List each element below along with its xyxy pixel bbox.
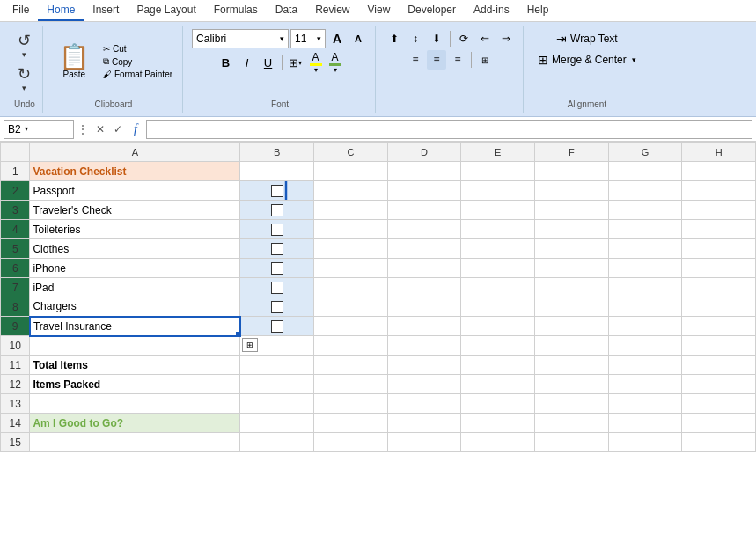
cell-h10[interactable] [682,336,756,356]
cell-h3[interactable] [682,201,756,220]
confirm-formula-button[interactable]: ✓ [109,120,127,139]
cell-b11[interactable] [240,356,314,375]
cell-g13[interactable] [608,394,682,414]
cell-c4[interactable] [314,220,388,239]
cell-a1[interactable]: Vacation Checklist [30,162,240,181]
menu-add-ins[interactable]: Add-ins [465,0,518,21]
cell-e15[interactable] [461,433,535,452]
cell-a5[interactable]: Clothes [30,239,240,259]
header-col-c[interactable]: C [314,143,388,162]
cell-b15[interactable] [240,433,314,452]
cell-b13[interactable] [240,394,314,414]
header-col-f[interactable]: F [535,143,609,162]
cell-c12[interactable] [314,375,388,394]
decrease-font-button[interactable]: A [349,29,368,48]
font-size-dropdown[interactable]: 11 ▾ [290,29,326,48]
cell-h1[interactable] [682,162,756,181]
indent-increase-button[interactable]: ⇒ [496,29,516,48]
cell-g2[interactable] [608,181,682,201]
cell-a12[interactable]: Items Packed [30,375,240,394]
cell-c10[interactable] [314,336,388,356]
cell-g7[interactable] [608,278,682,297]
cell-a2[interactable]: Passport [30,181,240,201]
cell-b9[interactable] [240,317,314,336]
cell-reference-box[interactable]: B2 ▾ [4,120,74,139]
cell-b10[interactable]: ⊞ [240,336,314,356]
increase-font-button[interactable]: A [327,29,347,48]
cell-g12[interactable] [608,375,682,394]
menu-home[interactable]: Home [38,0,84,21]
cell-h13[interactable] [682,394,756,414]
cell-d13[interactable] [387,394,461,414]
cell-a11[interactable]: Total Items [30,356,240,375]
checkbox[interactable] [271,262,283,275]
cell-a14[interactable]: Am I Good to Go? [30,414,240,433]
cell-f2[interactable] [535,181,609,201]
cell-b5[interactable] [240,239,314,259]
cell-g11[interactable] [608,356,682,375]
insert-function-button[interactable]: f [127,120,144,139]
cell-c14[interactable] [314,414,388,433]
cell-c3[interactable] [314,201,388,220]
cell-c1[interactable] [314,162,388,181]
cell-e9[interactable] [461,317,535,336]
menu-view[interactable]: View [359,0,400,21]
cell-e6[interactable] [461,259,535,278]
cell-h12[interactable] [682,375,756,394]
cell-g4[interactable] [608,220,682,239]
cell-h11[interactable] [682,356,756,375]
cell-b2[interactable] [240,181,314,201]
cell-d2[interactable] [387,181,461,201]
menu-data[interactable]: Data [267,0,306,21]
cell-f14[interactable] [535,414,609,433]
cell-g10[interactable] [608,336,682,356]
fill-color-button[interactable]: A ▾ [307,50,325,75]
autofill-options-icon[interactable]: ⊞ [242,338,258,352]
cell-e8[interactable] [461,297,535,317]
cell-f1[interactable] [535,162,609,181]
cell-b12[interactable] [240,375,314,394]
cell-e11[interactable] [461,356,535,375]
header-col-h[interactable]: H [682,143,756,162]
cell-h14[interactable] [682,414,756,433]
cell-d8[interactable] [387,297,461,317]
cell-g8[interactable] [608,297,682,317]
cell-f9[interactable] [535,317,609,336]
cell-c11[interactable] [314,356,388,375]
cell-e3[interactable] [461,201,535,220]
checkbox[interactable] [271,301,283,313]
indent-decrease-button[interactable]: ⇐ [475,29,495,48]
cell-h8[interactable] [682,297,756,317]
align-left-button[interactable]: ≡ [406,50,425,70]
cell-d14[interactable] [387,414,461,433]
cell-c13[interactable] [314,394,388,414]
cell-b4[interactable] [240,220,314,239]
cell-d10[interactable] [387,336,461,356]
borders-button[interactable]: ⊞▾ [286,53,305,72]
cell-e10[interactable] [461,336,535,356]
cell-d6[interactable] [387,259,461,278]
cell-e14[interactable] [461,414,535,433]
cell-h5[interactable] [682,239,756,259]
menu-developer[interactable]: Developer [399,0,465,21]
cell-a8[interactable]: Chargers [30,297,240,317]
cell-c15[interactable] [314,433,388,452]
cell-f8[interactable] [535,297,609,317]
cell-e1[interactable] [461,162,535,181]
cell-a4[interactable]: Toileteries [30,220,240,239]
checkbox[interactable] [271,320,283,333]
cell-g5[interactable] [608,239,682,259]
checkbox[interactable] [271,243,283,255]
align-center-button[interactable]: ≡ [427,50,446,70]
cell-c6[interactable] [314,259,388,278]
cell-f12[interactable] [535,375,609,394]
cell-d1[interactable] [387,162,461,181]
header-col-d[interactable]: D [387,143,461,162]
cell-a3[interactable]: Traveler's Check [30,201,240,220]
header-col-g[interactable]: G [608,143,682,162]
redo-button[interactable]: ↻ ▾ [14,62,34,94]
cell-g9[interactable] [608,317,682,336]
font-name-dropdown[interactable]: Calibri ▾ [192,29,289,48]
bold-button[interactable]: B [217,53,236,72]
checkbox[interactable] [271,185,283,197]
